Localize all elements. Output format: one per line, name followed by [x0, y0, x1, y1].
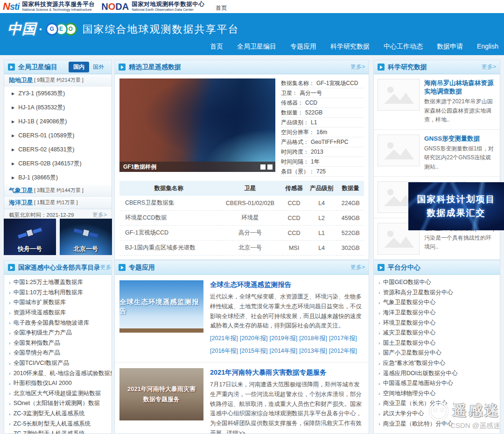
shared-panel-header: 国家遥感中心业务部共享目录 更多>: [4, 261, 112, 275]
chevron-right-icon: ›: [378, 391, 380, 396]
satellite-item[interactable]: ▶CBERS-02B (346157景): [4, 157, 112, 171]
center-link-item[interactable]: ›应急“蓄水池”数据分中心: [378, 358, 500, 369]
annual-report-link[interactable]: [2018年报]: [299, 335, 327, 342]
science-item-title[interactable]: 海南吊罗山林场森林资源实地调查数据: [424, 79, 496, 96]
catalog-link-item[interactable]: ›ZC-7测绘型无人机遥感系统: [9, 429, 112, 434]
science-item-desc: GNSS形变测量数据1组，对研究区内22个GNSS连续观测站..: [424, 144, 496, 171]
satellite-item[interactable]: ▶HJ-1B ( 249086景): [4, 114, 112, 128]
table-row[interactable]: BJ-1国内重点区域多光谱数 北京一号 MSI L4 302GB: [119, 241, 364, 256]
metadata-row: 卫星：高分一号: [281, 88, 364, 98]
top-home-link[interactable]: 首页: [216, 4, 227, 12]
catalog-link-item[interactable]: ›全国复种指数产品: [9, 338, 112, 349]
section-land-satellites[interactable]: 陆地卫星 [ 9颗卫星 约214万景 ]: [4, 74, 112, 86]
featured-more-link[interactable]: 更多>: [350, 63, 365, 71]
catalog-link-item[interactable]: ›叶面积指数仪LAI 2000: [9, 378, 112, 389]
center-link-item[interactable]: ›中国遥感卫星地面站分中心: [378, 378, 500, 389]
section-ocean-satellites[interactable]: 海洋卫星 [ 1颗卫星 约1万景 ]: [4, 197, 112, 209]
nsti-logo-sti: sti: [10, 1, 19, 12]
annual-report-links: [2021年报][2020年报][2019年报][2018年报][2017年报]…: [210, 332, 364, 356]
catalog-link-item[interactable]: ›全国旱情分布产品: [9, 348, 112, 358]
table-row[interactable]: CBERS卫星数据集 CBERS-01/02/02B CCD L4 224GB: [119, 196, 364, 211]
metadata-row: 产品格式：GeoTIFF+RPC: [281, 137, 364, 147]
satellite-item[interactable]: ▶CBERS-01 (10589景): [4, 128, 112, 142]
metadata-row: 时间跨度：2013: [281, 147, 364, 157]
satellite-item[interactable]: ▶CBERS-02 (48531景): [4, 142, 112, 157]
center-link-item[interactable]: ›海洋卫星数据分中心: [378, 308, 500, 318]
center-link-item[interactable]: ›环境卫星数据分中心: [378, 318, 500, 328]
catalog-link-item[interactable]: ›ZC-3监测型无人机遥感系统: [9, 409, 112, 419]
section-meteo-satellites[interactable]: 气象卫星 [ 3颗卫星 约144万景 ]: [4, 185, 112, 197]
catalog-link-label: SOnet（太阳辐射计观测网）数据: [14, 399, 100, 407]
satellite-item[interactable]: ▶BJ-1 (38665景): [4, 171, 112, 185]
annual-report-link[interactable]: [2014年报]: [270, 348, 298, 354]
catalog-link-item[interactable]: ›资源环境遥感数据库: [9, 308, 112, 318]
satellite-item-label: CBERS-02 (48531景): [18, 146, 74, 154]
topic-title[interactable]: 2021年河南特大暴雨灾害数据专题服务: [210, 368, 364, 377]
annual-report-link[interactable]: [2012年报]: [329, 348, 357, 354]
catalog-link-item[interactable]: ›全国TCI/VCI数据产品: [9, 358, 112, 369]
nav-link[interactable]: 数据申请: [437, 43, 463, 51]
section-name: 陆地卫星: [9, 76, 33, 85]
science-item-title[interactable]: GNSS形变测量数据: [424, 135, 496, 143]
satellite-item[interactable]: ▶ZY3-1 (595635景): [4, 86, 112, 100]
thumb-kuaizhou-1[interactable]: 快舟一号: [4, 219, 56, 255]
center-link-item[interactable]: ›气象卫星数据分中心: [378, 298, 500, 308]
table-row[interactable]: GF-1宽视场CCD 高分一号 CCD L1 522GB: [119, 226, 364, 241]
catalog-link-item[interactable]: ›ZC-5长航时型无人机遥感系统: [9, 419, 112, 429]
catalog-link-item[interactable]: ›电子政务全国典型地物波谱库: [9, 318, 112, 328]
annual-report-link[interactable]: [2019年报]: [270, 335, 298, 342]
topics-more-link[interactable]: 更多>: [350, 263, 365, 271]
annual-report-link[interactable]: [2013年报]: [299, 348, 327, 354]
gf1-sample-image[interactable]: GF1数据样例: [119, 78, 275, 172]
science-item: GNSS形变测量数据 GNSS形变测量数据1组，对研究区内22个GNSS连续观测…: [374, 130, 500, 177]
annual-report-link[interactable]: [2015年报]: [240, 348, 268, 354]
science-plan-banner[interactable]: 国家科技计划项目 数据成果汇交: [408, 182, 504, 230]
satellite-item[interactable]: ▶HJ-1A (853532景): [4, 100, 112, 114]
carousel-dot[interactable]: [260, 164, 266, 170]
science-more-link[interactable]: 更多>: [482, 63, 496, 71]
nav-link[interactable]: English: [477, 43, 498, 51]
catalog-link-item[interactable]: ›中国1:25万土地覆盖数据库: [9, 277, 112, 288]
nav-link[interactable]: 中心工作动态: [384, 43, 423, 51]
noda-logo-o: O: [108, 1, 116, 12]
metadata-row: 空间分辨率：16m: [281, 128, 364, 137]
catalog-more-link[interactable]: 更多>: [92, 211, 107, 219]
metadata-value: GeoTIFF+RPC: [311, 139, 348, 145]
catalog-link-item[interactable]: ›中国1:10万土地利用数据库: [9, 288, 112, 298]
annual-report-link[interactable]: [2017年报]: [329, 335, 357, 342]
topic-thumbnail-henan-flood[interactable]: 2021年河南特大暴雨灾害 数据专题服务: [119, 368, 203, 420]
catalog-link-item[interactable]: ›SOnet（太阳辐射计观测网）数据: [9, 398, 112, 409]
table-row[interactable]: BJ-1国外重点区域多光谱数 北京一号 MSI L4 31.2GB: [119, 256, 364, 260]
cell-dataset-name: GF-1宽视场CCD: [119, 226, 218, 241]
catalog-link-item[interactable]: ›中国城市扩展数据库: [9, 298, 112, 308]
nav-link[interactable]: 全局卫星编目: [237, 43, 276, 51]
thumb-beijing-1[interactable]: 北京一号: [60, 219, 112, 255]
catalog-link-item[interactable]: ›全国净初级生产力产品: [9, 328, 112, 338]
nav-link[interactable]: 科学研究数据: [330, 43, 370, 51]
tab-domestic[interactable]: 国内: [69, 62, 89, 72]
center-link-item[interactable]: ›国土卫星数据分中心: [378, 338, 500, 349]
center-link-item[interactable]: ›资源和高分卫星数据分中心: [378, 288, 500, 298]
table-row[interactable]: 环境星CCD数据 环境星 CCD L2 459GB: [119, 211, 364, 226]
center-link-item[interactable]: ›遥感应用DOI出版数据分中心: [378, 368, 500, 378]
center-link-item[interactable]: ›减灾卫星数据分中心: [378, 328, 500, 338]
topic-item: 2021年河南特大暴雨灾害 数据专题服务 2021年河南特大暴雨灾害数据专题服务…: [115, 363, 369, 434]
catalog-link-label: 全国净初级生产力产品: [14, 329, 72, 337]
center-link-item[interactable]: ›空间地球物理分中心: [378, 389, 500, 399]
annual-report-link[interactable]: [2016年报]: [210, 348, 238, 354]
topic-thumbnail-eco-report[interactable]: 全球生态环境遥感监测报告: [119, 280, 203, 333]
annual-report-link[interactable]: [2021年报]: [210, 335, 238, 342]
center-link-item[interactable]: ›国产小卫星数据分中心: [378, 348, 500, 358]
cell-size: 459GB: [337, 211, 364, 226]
shared-more-link[interactable]: 更多>: [100, 263, 112, 271]
annual-report-link[interactable]: [2020年报]: [240, 335, 268, 342]
noda-name-cn: 国家对地观测科学数据中心: [132, 1, 204, 8]
nav-link[interactable]: 首页: [210, 43, 223, 51]
carousel-dot[interactable]: [267, 164, 273, 170]
tab-foreign[interactable]: 国外: [89, 62, 108, 72]
center-link-item[interactable]: ›中国GEO数据中心: [378, 277, 500, 288]
catalog-link-item[interactable]: ›北京地区大气环境超级监测站数据: [9, 389, 112, 399]
topic-title[interactable]: 全球生态环境遥感监测报告: [210, 280, 364, 289]
nav-link[interactable]: 专题应用: [290, 43, 316, 51]
catalog-link-item[interactable]: ›2010怀来星、机-地综合遥感试验数据集: [9, 368, 112, 378]
